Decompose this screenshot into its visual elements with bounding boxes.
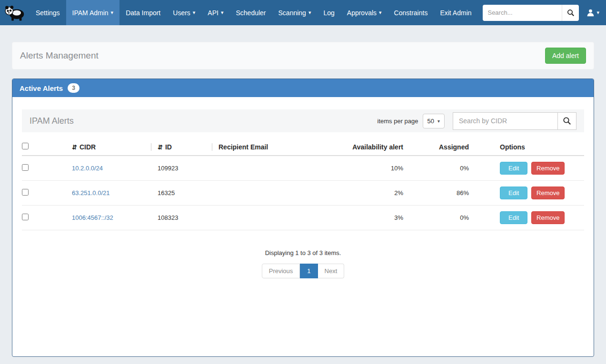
header-select-all: [22, 138, 72, 156]
column-header-assigned: Assigned: [409, 138, 475, 156]
app-logo[interactable]: [0, 0, 30, 25]
nav-item-approvals[interactable]: Approvals▾: [341, 0, 388, 25]
recipient-email: [219, 156, 329, 181]
edit-button[interactable]: Edit: [500, 162, 527, 175]
page-header: Alerts Management Add alert: [12, 42, 594, 69]
table-row: 10.2.0.0/24 109923 10% 0% Edit Remove: [22, 156, 584, 181]
nav-item-api[interactable]: API▾: [201, 0, 229, 25]
column-header-cidr[interactable]: ⇵CIDR: [72, 138, 158, 156]
nav-item-data-import[interactable]: Data Import: [119, 0, 167, 25]
items-per-page-label: items per page: [378, 118, 418, 125]
nav-item-ipam-admin[interactable]: IPAM Admin▾: [66, 0, 120, 25]
alert-count-badge: 3: [68, 83, 79, 93]
pagination-previous[interactable]: Previous: [262, 264, 300, 278]
items-per-page-value: 50: [427, 118, 434, 125]
cidr-search-input[interactable]: [453, 112, 557, 130]
row-checkbox[interactable]: [22, 189, 29, 196]
caret-down-icon: ▾: [308, 10, 311, 16]
alert-id: 108323: [158, 206, 219, 230]
pagination: Previous 1 Next: [22, 264, 584, 278]
cidr-link[interactable]: 1006:4567::/32: [72, 214, 113, 221]
assigned-value: 0%: [409, 206, 475, 230]
table-title: IPAM Alerts: [30, 116, 74, 126]
nav-label: IPAM Admin: [72, 9, 109, 17]
table-toolbar: IPAM Alerts items per page 50 ▾: [22, 109, 584, 132]
panda-logo-icon: [4, 4, 25, 21]
assigned-value: 0%: [409, 156, 475, 181]
column-header-availability: Availability alert: [329, 138, 409, 156]
caret-down-icon: ▾: [596, 10, 599, 16]
nav-label: Scanning: [278, 9, 306, 17]
main-nav: Settings IPAM Admin▾ Data Import Users▾ …: [30, 0, 478, 25]
remove-button[interactable]: Remove: [531, 162, 565, 175]
column-header-email: Recipient Email: [219, 138, 329, 156]
alerts-table: ⇵CIDR ⇵ID Recipient Email Availability a…: [22, 138, 584, 230]
page-title: Alerts Management: [20, 50, 99, 61]
table-header-row: ⇵CIDR ⇵ID Recipient Email Availability a…: [22, 138, 584, 156]
column-label: Availability alert: [352, 143, 403, 151]
availability-value: 2%: [329, 181, 409, 206]
nav-label: API: [208, 9, 219, 17]
sort-icon: ⇵: [72, 144, 77, 151]
active-alerts-panel: Active Alerts 3 IPAM Alerts items per pa…: [12, 79, 594, 357]
nav-label: Settings: [36, 9, 60, 17]
cidr-search: [453, 112, 576, 130]
table-summary: Displaying 1 to 3 of 3 items.: [22, 249, 584, 256]
nav-item-constraints[interactable]: Constraints: [388, 0, 434, 25]
assigned-value: 86%: [409, 181, 475, 206]
sort-icon: ⇵: [158, 144, 163, 151]
column-label: CIDR: [79, 143, 96, 151]
nav-item-scheduler[interactable]: Scheduler: [229, 0, 272, 25]
select-all-checkbox[interactable]: [22, 143, 29, 149]
cidr-link[interactable]: 10.2.0.0/24: [72, 165, 103, 172]
user-menu[interactable]: ▾: [586, 9, 599, 17]
pagination-next[interactable]: Next: [318, 264, 345, 278]
alert-id: 109923: [158, 156, 219, 181]
nav-item-users[interactable]: Users▾: [167, 0, 201, 25]
nav-item-scanning[interactable]: Scanning▾: [272, 0, 318, 25]
recipient-email: [219, 206, 329, 230]
row-checkbox[interactable]: [22, 164, 29, 171]
edit-button[interactable]: Edit: [500, 211, 527, 224]
nav-item-exit-admin[interactable]: Exit Admin: [434, 0, 477, 25]
column-header-options: Options: [475, 138, 584, 156]
edit-button[interactable]: Edit: [500, 187, 527, 199]
pagination-page-1[interactable]: 1: [300, 264, 318, 278]
column-label: Options: [500, 143, 525, 151]
global-search-button[interactable]: [562, 5, 579, 21]
global-search-input[interactable]: [483, 5, 562, 21]
caret-down-icon: ▾: [221, 10, 224, 16]
table-row: 1006:4567::/32 108323 3% 0% Edit Remove: [22, 206, 584, 230]
column-header-id[interactable]: ⇵ID: [158, 138, 219, 156]
panel-title: Active Alerts: [20, 84, 63, 92]
panel-body: IPAM Alerts items per page 50 ▾: [12, 97, 594, 356]
remove-button[interactable]: Remove: [531, 187, 565, 199]
nav-item-settings[interactable]: Settings: [30, 0, 66, 25]
caret-down-icon: ▾: [193, 10, 196, 16]
items-per-page-select[interactable]: 50 ▾: [423, 114, 445, 128]
nav-item-log[interactable]: Log: [317, 0, 340, 25]
column-label: ID: [165, 143, 172, 151]
nav-label: Scheduler: [236, 9, 266, 17]
availability-value: 3%: [329, 206, 409, 230]
alert-id: 16325: [158, 181, 219, 206]
navbar-right: ▾: [483, 0, 606, 25]
caret-down-icon: ▾: [379, 10, 382, 16]
search-icon: [563, 117, 571, 125]
nav-label: Exit Admin: [440, 9, 471, 17]
remove-button[interactable]: Remove: [531, 211, 565, 224]
top-navbar: Settings IPAM Admin▾ Data Import Users▾ …: [0, 0, 606, 25]
caret-down-icon: ▾: [437, 118, 440, 124]
nav-label: Approvals: [347, 9, 377, 17]
cidr-search-button[interactable]: [557, 112, 576, 130]
availability-value: 10%: [329, 156, 409, 181]
global-search: [483, 5, 579, 21]
search-icon: [567, 9, 575, 17]
row-checkbox[interactable]: [22, 214, 29, 220]
nav-label: Log: [323, 9, 334, 17]
nav-label: Data Import: [126, 9, 160, 17]
recipient-email: [219, 181, 329, 206]
nav-label: Constraints: [394, 9, 428, 17]
add-alert-button[interactable]: Add alert: [545, 48, 586, 64]
cidr-link[interactable]: 63.251.0.0/21: [72, 189, 110, 197]
